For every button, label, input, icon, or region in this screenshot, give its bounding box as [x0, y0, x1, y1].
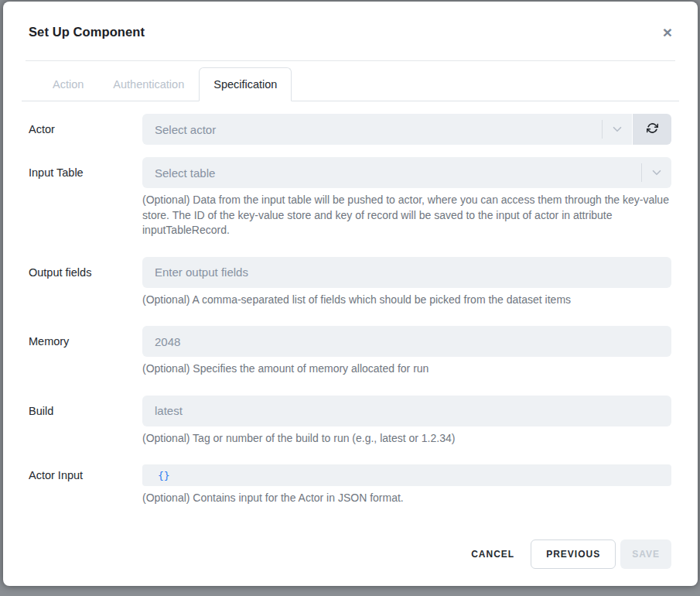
refresh-icon — [647, 122, 658, 136]
memory-row: Memory (Optional) Specifies the amount o… — [29, 326, 671, 377]
build-helper-text: (Optional) Tag or number of the build to… — [142, 431, 671, 447]
build-row: Build (Optional) Tag or number of the bu… — [29, 396, 671, 447]
actor-select-placeholder: Select actor — [155, 123, 216, 136]
select-divider — [641, 163, 642, 182]
input-table-row: Input Table Select table (Optional) Data… — [29, 157, 671, 238]
input-table-select-placeholder: Select table — [155, 166, 215, 180]
tab-authentication[interactable]: Authentication — [98, 67, 199, 101]
actor-input-helper-text: (Optional) Contains input for the Actor … — [142, 491, 671, 506]
dialog-header: Set Up Component × — [26, 2, 675, 61]
page-title: Set Up Component — [29, 25, 145, 39]
cancel-button[interactable]: CANCEL — [463, 539, 522, 569]
memory-helper-text: (Optional) Specifies the amount of memor… — [142, 361, 671, 377]
actor-select[interactable]: Select actor — [142, 114, 632, 145]
close-icon[interactable]: × — [663, 24, 672, 40]
save-button[interactable]: SAVE — [620, 539, 671, 569]
output-fields-row: Output fields (Optional) A comma-separat… — [29, 257, 671, 308]
tab-action[interactable]: Action — [38, 67, 98, 101]
build-input[interactable] — [142, 396, 671, 426]
specification-form: Actor Select actor — [3, 101, 698, 525]
actor-label: Actor — [29, 114, 142, 136]
select-divider — [602, 120, 603, 139]
refresh-actors-button[interactable] — [633, 114, 671, 145]
build-label: Build — [29, 396, 142, 418]
chevron-down-icon — [610, 122, 624, 136]
memory-input[interactable] — [142, 326, 671, 357]
actor-input-label: Actor Input — [29, 464, 142, 482]
memory-label: Memory — [29, 326, 142, 348]
previous-button[interactable]: PREVIOUS — [531, 539, 616, 569]
output-fields-input[interactable] — [142, 257, 671, 288]
actor-input-json-editor[interactable]: {} — [142, 464, 671, 486]
actor-input-json-value: {} — [158, 470, 170, 481]
input-table-label: Input Table — [29, 157, 142, 180]
input-table-helper-text: (Optional) Data from the input table wil… — [142, 193, 671, 238]
output-fields-label: Output fields — [29, 257, 142, 279]
setup-component-dialog: Set Up Component × Action Authentication… — [3, 2, 698, 586]
actor-input-row: Actor Input {} (Optional) Contains input… — [29, 464, 671, 506]
chevron-down-icon — [650, 166, 664, 180]
tab-specification[interactable]: Specification — [199, 67, 292, 101]
input-table-select[interactable]: Select table — [142, 157, 671, 188]
tab-bar: Action Authentication Specification — [22, 67, 679, 101]
dialog-footer: CANCEL PREVIOUS SAVE — [3, 539, 698, 586]
output-fields-helper-text: (Optional) A comma-separated list of fie… — [142, 293, 671, 308]
actor-row: Actor Select actor — [29, 114, 671, 145]
